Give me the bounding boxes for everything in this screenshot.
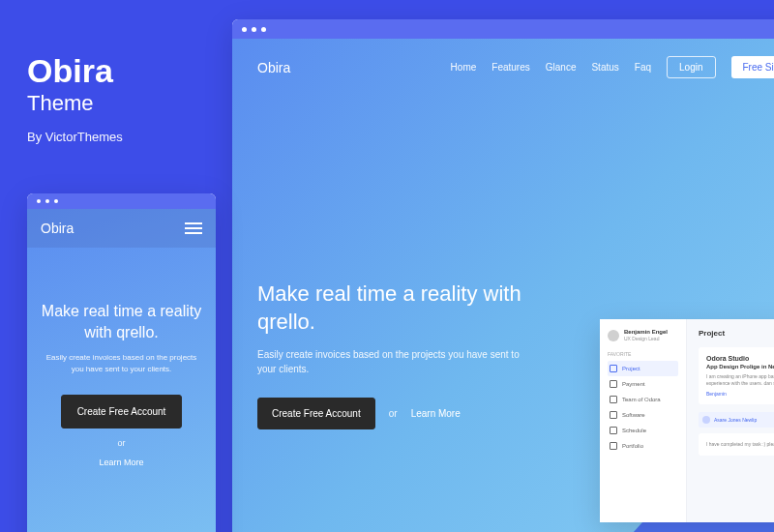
nav-link-faq[interactable]: Faq [635,62,651,73]
hero-section: Make real time a reality with qrello. Ea… [257,281,528,429]
create-account-button[interactable]: Create Free Account [257,398,375,429]
signup-button[interactable]: Free Signup [731,56,774,78]
desktop-viewport: Obira Home Features Glance Status Faq Lo… [232,39,774,532]
sidebar-item-portfolio[interactable]: Portfolio [608,438,678,454]
sidebar-item-payment[interactable]: Payment [608,376,678,392]
window-dot-icon [37,199,41,203]
theme-subtitle: Theme [27,91,123,116]
project-icon [610,365,617,372]
project-card-subtitle: App Design Prolige in Newyear [706,364,774,369]
mobile-cta: Create Free Account or Learn More [41,395,202,467]
sidebar-item-software[interactable]: Software [608,407,678,423]
dashboard-user: Benjamin Engel UX Design Lead [608,329,678,341]
desktop-preview-frame: Obira Home Features Glance Status Faq Lo… [232,19,774,532]
hero-subtext: Easily create invoices based on the proj… [257,347,528,376]
nav-link-features[interactable]: Features [491,62,529,73]
window-dot-icon [252,27,256,32]
window-dot-icon [242,27,247,32]
hero-cta-row: Create Free Account or Learn More [257,398,528,429]
hero-dashboard-illustration: Benjamin Engel UX Design Lead Favorite P… [600,319,774,532]
sidebar-heading: Favorite [608,351,678,357]
dashboard-mockup: Benjamin Engel UX Design Lead Favorite P… [600,319,774,522]
nav-link-status[interactable]: Status [591,62,618,73]
site-header: Obira Home Features Glance Status Faq Lo… [232,39,774,78]
hamburger-menu-icon[interactable] [185,222,202,234]
primary-nav: Home Features Glance Status Faq Login Fr… [451,56,774,78]
project-card-author: Benjamin [706,391,774,397]
mobile-preview-frame: Obira Make real time a reality with qrel… [27,193,216,532]
schedule-icon [610,427,617,434]
activity-name: Asare Jones Newlip [714,417,757,423]
avatar-icon [702,416,710,424]
theme-author: By VictorThemes [27,130,123,144]
dashboard-user-role: UX Design Lead [624,336,668,341]
learn-more-link[interactable]: Learn More [99,458,143,467]
software-icon [610,411,617,419]
window-titlebar [232,19,774,39]
mobile-viewport: Obira Make real time a reality with qrel… [27,209,216,532]
payment-icon [610,380,617,388]
dashboard-main-title: Project [699,329,774,338]
window-dot-icon [261,27,266,32]
team-icon [610,396,617,403]
window-dot-icon [45,199,49,203]
mobile-hero: Make real time a reality with qrello. Ea… [27,248,216,467]
learn-more-link[interactable]: Learn More [411,408,461,419]
activity-card: I have completed my task :) please downl… [699,433,774,456]
sidebar-item-project[interactable]: Project [608,361,678,376]
project-card: Odora Studio App Design Prolige in Newye… [699,347,774,404]
login-button[interactable]: Login [667,56,715,78]
nav-link-home[interactable]: Home [451,62,477,73]
portfolio-icon [610,442,617,450]
promo-title-block: Obira Theme By VictorThemes [27,53,123,144]
window-dot-icon [54,199,58,203]
hero-subtext: Easily create invoices based on the proj… [41,352,202,375]
site-logo[interactable]: Obira [257,60,290,75]
dashboard-sidebar: Benjamin Engel UX Design Lead Favorite P… [600,319,687,522]
theme-name: Obira [27,53,123,89]
or-separator: or [389,408,398,419]
avatar-icon [608,330,619,341]
dashboard-user-name: Benjamin Engel [624,329,668,336]
mobile-header: Obira [27,209,216,248]
project-card-title: Odora Studio [706,355,774,362]
window-titlebar [27,193,216,209]
activity-row: Asare Jones Newlip [699,412,774,428]
or-separator: or [117,438,125,448]
hero-headline: Make real time a reality with qrello. [257,281,528,336]
activity-card-body: I have completed my task :) please downl… [706,441,774,448]
sidebar-item-schedule[interactable]: Schedule [608,423,678,438]
nav-link-glance[interactable]: Glance [546,62,577,73]
site-logo[interactable]: Obira [41,221,74,236]
hero-headline: Make real time a reality with qrello. [41,301,202,342]
sidebar-item-team[interactable]: Team of Odora [608,392,678,407]
dashboard-main: Project Odora Studio App Design Prolige … [687,319,774,522]
create-account-button[interactable]: Create Free Account [61,395,183,429]
project-card-body: I am creating an iPhone app based on pro… [706,373,774,387]
